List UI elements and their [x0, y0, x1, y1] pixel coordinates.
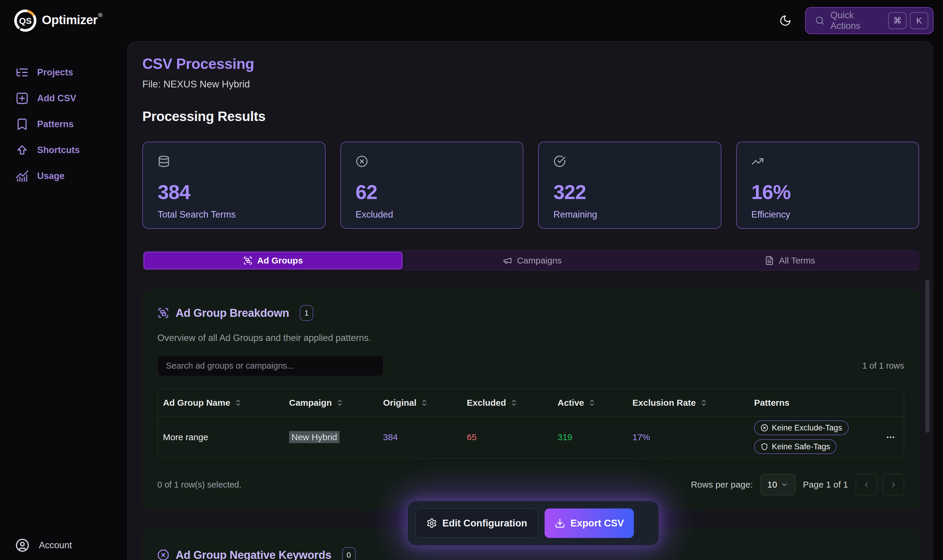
circle-x-icon	[356, 155, 508, 168]
command-key: ⌘	[888, 12, 906, 29]
column-header-original[interactable]: Original	[383, 398, 467, 408]
account-label: Account	[39, 540, 72, 551]
list-tree-icon	[15, 66, 29, 79]
pattern-badge-safe: Keine Safe-Tags	[754, 439, 837, 454]
count-badge: 0	[342, 547, 356, 560]
sidebar-item-add-csv[interactable]: Add CSV	[15, 85, 127, 111]
chevrons-up-down-icon	[588, 399, 596, 406]
pattern-badge-label: Keine Exclude-Tags	[772, 423, 842, 432]
tab-label: Campaigns	[517, 255, 562, 266]
sidebar-item-shortcuts[interactable]: Shortcuts	[15, 137, 127, 163]
topbar: QS Optimizer ® Quick Actions ⌘ K	[0, 0, 943, 41]
section-title: Processing Results	[142, 109, 919, 124]
column-header-campaign[interactable]: Campaign	[289, 398, 383, 408]
file-label: File: NEXUS New Hybrid	[142, 78, 919, 90]
sidebar-item-usage[interactable]: Usage	[15, 163, 127, 189]
column-header-exclusion-rate[interactable]: Exclusion Rate	[633, 398, 754, 408]
cell-exclusion-rate: 17%	[633, 432, 754, 442]
page-info: Page 1 of 1	[803, 480, 848, 490]
table-row[interactable]: More range New Hybrid 384 65 319 17% Kei…	[157, 417, 904, 458]
pattern-badge-label: Keine Safe-Tags	[772, 442, 830, 451]
export-csv-button[interactable]: Export CSV	[545, 508, 634, 538]
moon-icon[interactable]	[779, 14, 792, 27]
file-text-icon	[765, 256, 774, 265]
k-key: K	[910, 12, 928, 29]
sidebar-item-patterns[interactable]: Patterns	[15, 111, 127, 137]
sidebar: Projects Add CSV Patterns Shortcuts Usag…	[0, 41, 127, 560]
edit-configuration-label: Edit Configuration	[442, 518, 527, 529]
stat-card-efficiency: 16% Efficiency	[736, 142, 920, 229]
column-header-excluded[interactable]: Excluded	[467, 398, 557, 408]
search-icon	[815, 16, 824, 25]
column-label: Patterns	[754, 398, 789, 408]
chevrons-up-down-icon	[510, 399, 518, 406]
circle-x-icon	[761, 424, 768, 432]
stat-value: 384	[157, 180, 310, 203]
qs-logo-icon: QS	[13, 8, 38, 33]
quick-actions-button[interactable]: Quick Actions ⌘ K	[805, 7, 934, 34]
sidebar-item-label: Projects	[37, 67, 73, 78]
sidebar-item-projects[interactable]: Projects	[15, 60, 127, 85]
scrollbar-thumb[interactable]	[925, 280, 929, 433]
circle-check-icon	[553, 155, 706, 168]
stat-label: Excluded	[356, 209, 508, 220]
floating-action-bar: Edit Configuration Export CSV	[408, 501, 659, 545]
cell-original: 384	[383, 432, 467, 442]
circle-user-icon	[15, 538, 29, 552]
brand-name: Optimizer	[42, 13, 97, 27]
card-title: Ad Group Breakdown	[176, 307, 289, 320]
tab-campaigns[interactable]: Campaigns	[403, 251, 661, 270]
ellipsis-icon	[886, 432, 895, 442]
chevron-down-icon	[781, 481, 788, 488]
cell-ad-group-name: More range	[163, 432, 289, 442]
export-csv-label: Export CSV	[571, 518, 624, 529]
tab-label: Ad Groups	[257, 255, 303, 266]
column-header-ad-group-name[interactable]: Ad Group Name	[163, 398, 289, 408]
chevron-right-icon	[889, 480, 898, 489]
tab-label: All Terms	[779, 255, 815, 266]
chevrons-up-down-icon	[421, 399, 428, 406]
selection-info: 0 of 1 row(s) selected.	[157, 480, 241, 490]
count-badge: 1	[300, 305, 313, 321]
cell-patterns: Keine Exclude-Tags Keine Safe-Tags	[754, 420, 877, 454]
row-actions-menu-button[interactable]	[877, 432, 904, 442]
rows-per-page-value: 10	[767, 480, 777, 490]
card-title: Ad Group Negative Keywords	[176, 549, 332, 560]
tab-all-terms[interactable]: All Terms	[661, 251, 919, 270]
registered-mark: ®	[98, 12, 103, 18]
edit-configuration-button[interactable]: Edit Configuration	[415, 508, 538, 538]
ad-group-breakdown-card: Ad Group Breakdown 1 Overview of all Ad …	[142, 289, 919, 510]
sidebar-item-label: Shortcuts	[37, 145, 80, 155]
cell-campaign: New Hybrid	[289, 432, 383, 442]
stat-label: Efficiency	[752, 209, 904, 220]
svg-text:QS: QS	[19, 16, 32, 26]
stat-card-excluded: 62 Excluded	[340, 142, 524, 229]
next-page-button[interactable]	[883, 474, 904, 495]
cell-active: 319	[557, 432, 633, 442]
cell-excluded: 65	[467, 432, 557, 442]
pattern-badge-exclude: Keine Exclude-Tags	[754, 420, 849, 435]
search-input[interactable]	[157, 355, 384, 376]
column-label: Ad Group Name	[163, 398, 230, 408]
chevrons-up-down-icon	[700, 399, 708, 406]
group-icon	[157, 307, 169, 319]
megaphone-icon	[503, 256, 512, 265]
gear-icon	[426, 518, 437, 529]
stat-value: 322	[553, 180, 706, 203]
rows-info: 1 of 1 rows	[862, 361, 904, 371]
sidebar-item-label: Usage	[37, 171, 65, 182]
campaign-highlighted-text: New Hybrid	[289, 431, 340, 443]
column-label: Excluded	[467, 398, 506, 408]
column-label: Original	[383, 398, 417, 408]
stat-label: Total Search Terms	[157, 209, 310, 220]
quick-actions-label: Quick Actions	[830, 10, 882, 31]
page-title: CSV Processing	[142, 55, 919, 72]
table-header-row: Ad Group Name Campaign Original Excluded	[157, 389, 904, 417]
chevrons-up-down-icon	[336, 399, 344, 406]
column-header-active[interactable]: Active	[557, 398, 633, 408]
previous-page-button[interactable]	[856, 474, 877, 495]
rows-per-page-select[interactable]: 10	[761, 474, 795, 495]
ad-groups-table: Ad Group Name Campaign Original Excluded	[157, 389, 904, 458]
tab-ad-groups[interactable]: Ad Groups	[144, 252, 403, 269]
sidebar-item-account[interactable]: Account	[15, 538, 72, 552]
